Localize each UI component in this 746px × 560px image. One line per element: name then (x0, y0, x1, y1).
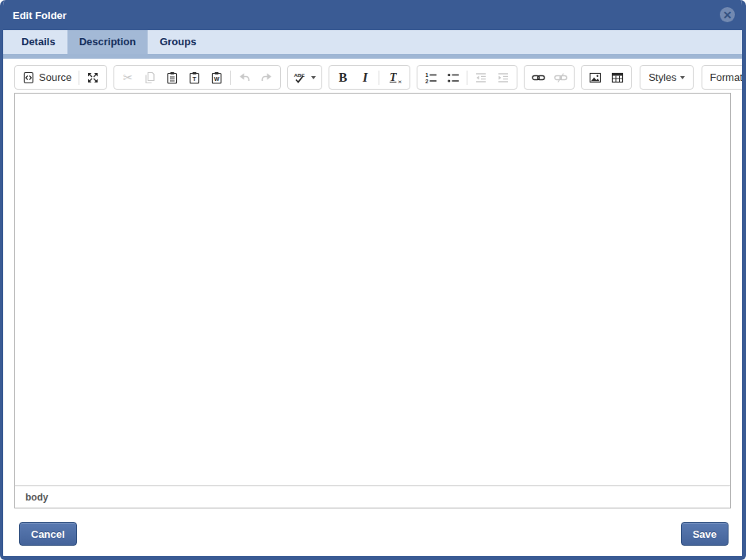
toolbar-group-spellcheck: ABC (287, 65, 322, 90)
paste-text-button[interactable]: T (183, 67, 206, 88)
toolbar-separator (467, 71, 467, 85)
image-button[interactable] (584, 67, 606, 88)
unlink-button[interactable] (549, 67, 571, 88)
italic-icon: I (363, 71, 367, 85)
redo-button[interactable] (256, 67, 278, 88)
edit-folder-dialog: Edit Folder ✕ Details Description Groups (0, 0, 746, 560)
element-path-item[interactable]: body (25, 492, 48, 503)
numbered-list-button[interactable]: 1 2 (420, 67, 442, 88)
dialog-footer: Cancel Save (3, 508, 742, 556)
source-icon (22, 71, 35, 84)
unlink-icon (554, 71, 567, 84)
image-icon (589, 71, 602, 84)
increase-indent-button[interactable] (492, 67, 514, 88)
table-icon (611, 71, 624, 84)
copy-button[interactable] (139, 67, 161, 88)
cancel-button[interactable]: Cancel (19, 522, 77, 546)
italic-button[interactable]: I (354, 67, 376, 88)
format-dropdown-label: Format (710, 71, 743, 83)
increase-indent-icon (497, 71, 510, 84)
toolbar-group-clipboard: ✂ (113, 65, 281, 90)
svg-text:W: W (214, 76, 220, 82)
paste-text-icon: T (188, 71, 201, 84)
tab-groups[interactable]: Groups (148, 30, 208, 54)
toolbar-group-basicstyles: B I T× (329, 65, 410, 90)
maximize-button[interactable] (82, 67, 104, 88)
tab-description[interactable]: Description (67, 30, 148, 54)
maximize-icon (87, 71, 99, 84)
redo-icon (260, 71, 273, 84)
remove-format-icon: T× (390, 71, 397, 84)
source-button-label: Source (39, 71, 71, 83)
svg-text:1: 1 (425, 72, 429, 78)
toolbar-separator (79, 71, 79, 85)
format-dropdown[interactable]: Format (702, 65, 746, 90)
link-button[interactable] (527, 67, 549, 88)
toolbar-group-lists: 1 2 (417, 65, 517, 90)
spellcheck-icon: ABC (294, 71, 308, 84)
paste-button[interactable] (161, 67, 183, 88)
numbered-list-icon: 1 2 (425, 71, 437, 84)
toolbar-separator (230, 71, 231, 85)
remove-format-button[interactable]: T× (382, 67, 404, 88)
tab-bar: Details Description Groups (3, 30, 742, 54)
tab-details[interactable]: Details (10, 30, 67, 54)
editor-content-area[interactable] (15, 94, 730, 485)
paste-word-icon: W (210, 71, 223, 84)
dialog-title: Edit Folder (13, 10, 67, 21)
svg-text:2: 2 (425, 78, 429, 83)
chevron-down-icon (311, 76, 316, 79)
cut-button[interactable]: ✂ (117, 67, 139, 88)
toolbar-group-insert (581, 65, 632, 90)
toolbar-separator (379, 71, 379, 85)
bold-button[interactable]: B (332, 67, 354, 88)
source-button[interactable]: Source (17, 67, 76, 88)
decrease-indent-icon (475, 71, 487, 84)
toolbar-group-links (524, 65, 575, 90)
decrease-indent-button[interactable] (470, 67, 492, 88)
element-path-bar[interactable]: body (15, 485, 730, 508)
close-icon[interactable]: ✕ (720, 7, 735, 22)
bulleted-list-icon (447, 71, 460, 84)
toolbar-group-document: Source (14, 65, 107, 90)
table-button[interactable] (606, 67, 629, 88)
link-icon (532, 71, 545, 84)
svg-text:T: T (193, 75, 197, 82)
bulleted-list-button[interactable] (442, 67, 464, 88)
save-button[interactable]: Save (681, 522, 729, 546)
spellcheck-button[interactable]: ABC (290, 67, 319, 88)
copy-icon (144, 71, 156, 84)
editor-toolbar: Source ✂ (3, 59, 742, 93)
rich-text-editor: body (14, 93, 731, 508)
undo-icon (238, 71, 251, 84)
styles-dropdown[interactable]: Styles (640, 65, 693, 90)
paste-icon (166, 71, 179, 84)
undo-button[interactable] (233, 67, 256, 88)
styles-dropdown-label: Styles (648, 71, 676, 83)
chevron-down-icon (680, 76, 685, 79)
bold-icon: B (339, 71, 348, 85)
cut-icon: ✂ (123, 71, 133, 85)
dialog-titlebar: Edit Folder ✕ (3, 0, 742, 30)
dialog-content: Source ✂ (3, 59, 742, 556)
paste-word-button[interactable]: W (206, 67, 228, 88)
